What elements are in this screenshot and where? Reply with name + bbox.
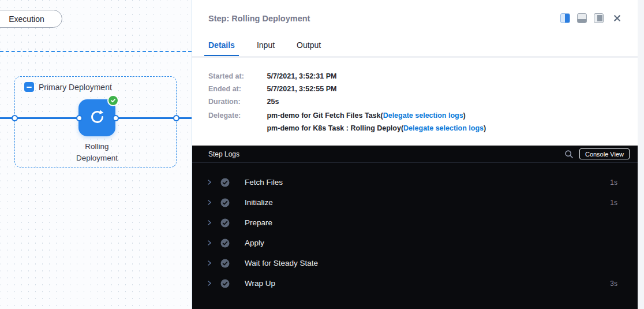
- pipeline-execution-screen: Execution Primary Deployment: [0, 0, 644, 309]
- detail-row-ended: Ended at: 5/7/2021, 3:52:55 PM: [208, 85, 336, 93]
- detail-row-delegate-1: Delegate: pm-demo for Git Fetch Files Ta…: [208, 111, 466, 120]
- step-logs-title: Step Logs: [208, 150, 239, 158]
- success-check-icon: [220, 239, 230, 248]
- node-label: Rolling Deployment: [62, 141, 132, 164]
- log-row-initialize[interactable]: Initialize 1s: [192, 192, 638, 213]
- stage-boundary-dashed-line: [0, 51, 192, 52]
- collapse-group-icon[interactable]: [24, 82, 34, 92]
- log-row-wait-for-steady-state[interactable]: Wait for Steady State: [192, 253, 638, 273]
- chevron-right-icon[interactable]: [207, 179, 212, 185]
- duration-label: Duration:: [208, 98, 265, 106]
- port-node-left: [76, 115, 83, 121]
- split-view-right-icon[interactable]: [560, 13, 570, 23]
- step-logs-panel: Step Logs Console View Fetch Files 1s: [192, 146, 638, 309]
- port-node-right: [113, 115, 119, 121]
- split-view-bottom-icon[interactable]: [577, 13, 587, 23]
- execution-tab[interactable]: Execution: [0, 10, 62, 28]
- panel-title: Step: Rolling Deployment: [208, 14, 310, 23]
- pipeline-canvas[interactable]: Execution Primary Deployment: [0, 0, 192, 309]
- layout-controls: [560, 13, 621, 23]
- delegate-value-1: pm-demo for Git Fetch Files Task(: [267, 111, 383, 120]
- split-view-panel-icon[interactable]: [594, 13, 604, 23]
- ended-at-value: 5/7/2021, 3:52:55 PM: [267, 85, 336, 93]
- log-row-duration: 1s: [610, 178, 617, 187]
- tab-output[interactable]: Output: [293, 40, 325, 57]
- port-group-left: [12, 115, 18, 121]
- log-rows: Fetch Files 1s Initialize 1s: [192, 172, 638, 293]
- delegate-label: Delegate:: [208, 111, 265, 120]
- success-check-icon: [220, 279, 230, 288]
- log-row-wrap-up[interactable]: Wrap Up 3s: [192, 273, 638, 293]
- delegate-selection-logs-link-1[interactable]: Delegate selection logs: [383, 111, 463, 120]
- console-view-button[interactable]: Console View: [579, 148, 630, 159]
- started-at-value: 5/7/2021, 3:52:31 PM: [267, 72, 336, 80]
- ended-at-label: Ended at:: [208, 85, 265, 93]
- chevron-right-icon[interactable]: [207, 199, 212, 206]
- tab-details[interactable]: Details: [204, 40, 239, 57]
- chevron-right-icon[interactable]: [207, 280, 212, 286]
- started-at-label: Started at:: [208, 72, 265, 80]
- port-group-right: [173, 115, 179, 121]
- group-label: Primary Deployment: [39, 83, 112, 92]
- chevron-right-icon[interactable]: [207, 240, 212, 246]
- close-icon[interactable]: [613, 14, 621, 23]
- log-row-label: Wait for Steady State: [245, 259, 318, 267]
- success-badge-icon: [107, 95, 119, 106]
- log-row-fetch-files[interactable]: Fetch Files 1s: [192, 172, 638, 192]
- log-row-label: Apply: [245, 239, 264, 247]
- success-check-icon: [220, 259, 230, 268]
- step-logs-header: Step Logs Console View: [192, 146, 638, 163]
- delegate-value-2: pm-demo for K8s Task : Rolling Deploy(: [267, 124, 403, 132]
- log-row-apply[interactable]: Apply: [192, 233, 638, 253]
- log-row-label: Wrap Up: [245, 279, 275, 288]
- chevron-right-icon[interactable]: [207, 260, 212, 266]
- log-row-prepare[interactable]: Prepare: [192, 213, 638, 233]
- tab-input[interactable]: Input: [253, 40, 279, 57]
- detail-row-started: Started at: 5/7/2021, 3:52:31 PM: [208, 72, 336, 80]
- duration-value: 25s: [267, 98, 279, 106]
- detail-row-delegate-2: pm-demo for K8s Task : Rolling Deploy(De…: [208, 124, 486, 132]
- success-check-icon: [220, 218, 230, 228]
- detail-row-duration: Duration: 25s: [208, 98, 279, 106]
- chevron-right-icon[interactable]: [207, 219, 212, 226]
- success-check-icon: [220, 198, 230, 207]
- log-row-label: Initialize: [245, 198, 273, 207]
- group-header: Primary Deployment: [24, 82, 112, 92]
- tabs-divider: [192, 56, 638, 58]
- detail-tabs: Details Input Output: [204, 40, 339, 57]
- success-check-icon: [220, 178, 230, 187]
- search-icon[interactable]: [564, 150, 574, 159]
- log-row-label: Fetch Files: [245, 178, 283, 187]
- refresh-icon: [89, 109, 105, 127]
- log-row-duration: 3s: [610, 280, 617, 288]
- execution-tab-label: Execution: [9, 14, 44, 24]
- minus-icon: [27, 87, 32, 88]
- log-row-label: Prepare: [245, 218, 272, 227]
- log-row-duration: 1s: [610, 199, 617, 207]
- delegate-selection-logs-link-2[interactable]: Delegate selection logs: [403, 124, 484, 132]
- scrollbar-gutter[interactable]: [638, 0, 644, 309]
